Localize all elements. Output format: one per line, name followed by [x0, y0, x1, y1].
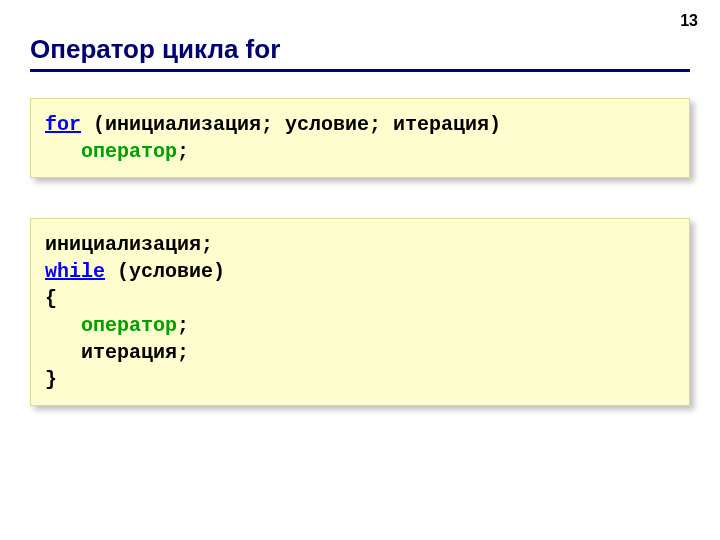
title-rule [30, 69, 690, 72]
brace-open: { [45, 287, 57, 310]
iteration-line: итерация; [45, 341, 189, 364]
for-header-params: (инициализация; условие; итерация) [93, 113, 501, 136]
keyword-for: for [45, 113, 81, 136]
page-title: Оператор цикла for [30, 34, 690, 65]
semicolon: ; [177, 140, 189, 163]
brace-close: } [45, 368, 57, 391]
slide: 13 Оператор цикла for for (инициализация… [0, 0, 720, 540]
keyword-while: while [45, 260, 105, 283]
init-line: инициализация; [45, 233, 213, 256]
indent [45, 314, 81, 337]
page-number: 13 [680, 12, 698, 30]
indent [45, 140, 81, 163]
operator-word: оператор [81, 140, 177, 163]
code-box-while: инициализация; while (условие) { операто… [30, 218, 690, 406]
while-condition: (условие) [117, 260, 225, 283]
operator-word: оператор [81, 314, 177, 337]
semicolon: ; [177, 314, 189, 337]
code-box-for: for (инициализация; условие; итерация) о… [30, 98, 690, 178]
